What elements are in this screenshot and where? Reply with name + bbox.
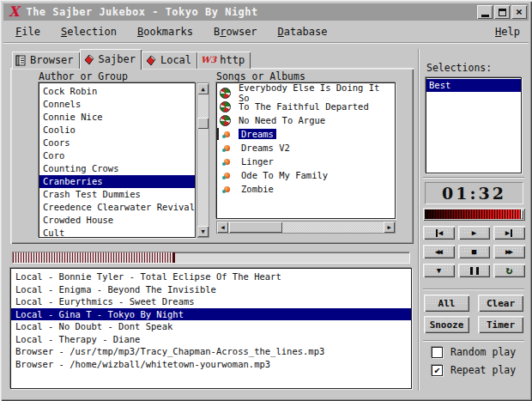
list-item[interactable]: Crowded House: [39, 214, 195, 227]
arrow-up-icon: ▲: [201, 86, 204, 93]
scroll-up-button[interactable]: ▲: [197, 83, 209, 94]
fast-forward-button[interactable]: ▶▶: [493, 245, 525, 258]
list-item[interactable]: Creedence Clearwater Revival: [39, 201, 195, 214]
w3-icon: W3: [201, 56, 216, 64]
song-icon: [224, 186, 230, 192]
skip-to-start-icon: ◀: [438, 229, 443, 237]
playlist-item[interactable]: Local - Bonnie Tyler - Total Eclipse Of …: [11, 270, 411, 283]
rewind-button[interactable]: ◀◀: [423, 245, 455, 258]
checkbox-repeat-play[interactable]: ✔Repeat play: [432, 364, 516, 376]
checkbox-box[interactable]: ✔: [432, 365, 443, 376]
volume-meter-fill: [425, 210, 521, 219]
timer-button[interactable]: Timer: [478, 316, 523, 333]
song-list-scrollbar[interactable]: ◀ ▶: [216, 221, 396, 234]
list-item[interactable]: Dreams V2: [217, 141, 395, 155]
selection-item[interactable]: Best: [426, 79, 521, 92]
button-label: All: [438, 298, 456, 309]
timer-display: 01:32: [425, 182, 523, 204]
fast-forward-icon: ▶▶: [505, 248, 511, 256]
checkbox-random-play[interactable]: Random play: [432, 346, 516, 358]
song-label: No Need To Argue: [236, 115, 328, 125]
scroll-left-button[interactable]: ◀: [217, 222, 228, 233]
loop-button[interactable]: ↻: [493, 264, 525, 277]
notebook-icon: [15, 55, 27, 66]
button-label: Clear: [487, 298, 515, 309]
separator: [423, 340, 524, 342]
playlist-item[interactable]: Local - Therapy - Diane: [11, 333, 411, 346]
stop-button[interactable]: ■: [458, 245, 490, 258]
song-icon: [224, 159, 230, 165]
list-item[interactable]: Zombie: [217, 182, 395, 196]
tab-label: Sajber: [99, 53, 136, 65]
playlist-item[interactable]: Local - Gina T - Tokyo By Night: [11, 308, 411, 321]
red-book-icon: [83, 54, 95, 65]
song-label: Dreams: [239, 129, 276, 139]
play-icon: ▶: [472, 229, 476, 237]
playlist: Local - Bonnie Tyler - Total Eclipse Of …: [10, 268, 412, 389]
scrollbar-thumb[interactable]: [229, 222, 282, 233]
selections-list: Best: [426, 77, 522, 173]
list-item[interactable]: No Need To Argue: [217, 113, 395, 127]
author-list-scrollbar[interactable]: ▲ ▼: [196, 82, 209, 238]
list-item[interactable]: Connels: [39, 98, 195, 111]
list-item[interactable]: To The Faithful Departed: [217, 100, 395, 113]
list-item[interactable]: Everybody Else Is Doing It So: [217, 86, 395, 100]
list-item[interactable]: Linger: [217, 155, 395, 168]
playlist-item[interactable]: Local - No Doubt - Dont Speak: [11, 320, 411, 333]
list-item[interactable]: Coro: [39, 149, 195, 162]
list-item[interactable]: Ode To My Family: [217, 168, 395, 182]
tab-local[interactable]: Local: [142, 52, 197, 69]
scroll-down-button[interactable]: ▼: [197, 226, 209, 237]
list-item[interactable]: Coolio: [39, 124, 195, 137]
list-item[interactable]: Cult: [39, 227, 195, 238]
all-button[interactable]: All: [424, 295, 469, 312]
maximize-button[interactable]: [494, 5, 510, 19]
eject-button[interactable]: ▼: [423, 264, 455, 277]
menu-item-browser[interactable]: Browser: [214, 26, 257, 38]
scroll-right-button[interactable]: ▶: [384, 222, 395, 233]
album-icon: [220, 101, 231, 112]
menu-item-help[interactable]: Help: [495, 26, 520, 38]
play-button[interactable]: ▶: [458, 226, 490, 240]
list-item[interactable]: Cranberries: [39, 175, 195, 188]
list-item[interactable]: Counting Crows: [39, 162, 195, 175]
tab-label: Browser: [30, 54, 74, 66]
pause-icon: [476, 267, 479, 275]
tab-http[interactable]: W3http: [197, 52, 251, 69]
playlist-item[interactable]: Browser - /home/wizball/whitetown-yourwo…: [11, 358, 411, 371]
clear-button[interactable]: Clear: [478, 295, 523, 312]
volume-meter[interactable]: [423, 208, 525, 221]
playlist-item[interactable]: Local - Enigma - Beyond The Invisible: [11, 283, 411, 296]
skip-to-end-button[interactable]: ▶: [493, 226, 525, 240]
list-item[interactable]: Coors: [39, 137, 195, 149]
menu-item-file[interactable]: File: [15, 26, 40, 38]
menu-item-database[interactable]: Database: [278, 26, 328, 38]
close-button[interactable]: ×: [511, 5, 527, 19]
playing-marker: [217, 128, 219, 140]
tab-browser[interactable]: Browser: [12, 52, 80, 69]
tab-sajber[interactable]: Sajber: [80, 49, 142, 70]
list-item[interactable]: Connie Nice: [39, 111, 195, 124]
minimize-button[interactable]: [477, 5, 493, 19]
list-item[interactable]: Dreams: [217, 127, 395, 141]
menu-item-bookmarks[interactable]: Bookmarks: [137, 26, 193, 38]
checkbox-label: Random play: [450, 346, 516, 358]
menu-item-selection[interactable]: Selection: [61, 26, 117, 38]
red-book-icon: [145, 55, 157, 66]
list-item[interactable]: Crash Test Dummies: [39, 188, 195, 201]
tab-label: http: [220, 54, 245, 66]
arrow-left-icon: ◀: [221, 224, 224, 231]
tab-label: Local: [160, 54, 191, 66]
skip-to-end-icon: [511, 229, 512, 237]
volume-meter-handle[interactable]: [521, 210, 523, 219]
scrollbar-thumb[interactable]: [197, 118, 209, 129]
track-progress-bar[interactable]: [12, 252, 410, 264]
pause-button[interactable]: [458, 264, 490, 277]
skip-to-start-button[interactable]: ◀: [423, 226, 455, 240]
snooze-button[interactable]: Snooze: [424, 316, 469, 333]
playlist-item[interactable]: Browser - /usr/tmp/mp3/Tracy_Chapman-Acr…: [11, 345, 411, 358]
titlebar[interactable]: X The Sajber Jukebox - Tokyo By Night ×: [3, 3, 529, 21]
list-item[interactable]: Cock Robin: [39, 85, 195, 98]
playlist-item[interactable]: Local - Eurythmics - Sweet Dreams: [11, 295, 411, 308]
checkbox-box[interactable]: [432, 347, 443, 358]
